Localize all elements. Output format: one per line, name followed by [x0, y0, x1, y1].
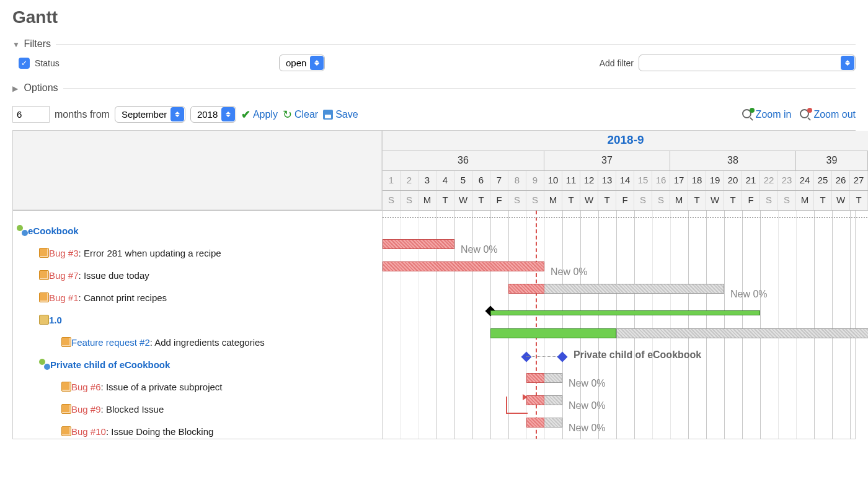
task-bar[interactable]: New 0% — [383, 239, 454, 249]
day-number: 21 — [742, 171, 760, 190]
month-select[interactable]: September — [115, 106, 185, 123]
issue-row: Bug #9: Blocked Issue — [13, 398, 382, 420]
version-link[interactable]: 1.0 — [49, 315, 62, 325]
issue-link[interactable]: Bug #7 — [49, 270, 79, 281]
ticket-icon — [61, 426, 71, 436]
day-of-week: W — [832, 191, 850, 210]
day-of-week: S — [401, 191, 418, 210]
gantt-row: New 0% — [383, 367, 868, 389]
add-filter-select[interactable] — [639, 55, 856, 71]
week-header: 36 — [383, 151, 544, 170]
status-checkbox[interactable]: ✓ — [19, 58, 30, 69]
zoom-in-link[interactable]: Zoom in — [742, 109, 792, 120]
filter-row-status: ✓ Status open Add filter — [12, 50, 856, 79]
day-number: 2 — [401, 171, 418, 190]
filters-legend[interactable]: ▼ Filters — [12, 38, 56, 50]
day-number: 24 — [796, 171, 814, 190]
milestone-start — [521, 352, 532, 362]
day-of-week: T — [850, 191, 868, 210]
task-bar[interactable]: New 0% — [508, 284, 724, 294]
day-of-week: S — [526, 191, 544, 210]
day-of-week: S — [760, 191, 778, 210]
issue-row: Bug #6: Issue of a private subproject — [13, 375, 382, 398]
day-number: 27 — [850, 171, 868, 190]
day-of-week: M — [544, 191, 562, 210]
check-icon: ✔ — [241, 108, 250, 121]
day-of-week: S — [652, 191, 670, 210]
status-select[interactable]: open — [279, 55, 325, 71]
version-bar[interactable] — [490, 310, 760, 315]
project-row: eCookbook — [13, 219, 382, 242]
gantt-row — [383, 300, 868, 322]
subjects-header — [13, 131, 382, 211]
zoom-out-link[interactable]: Zoom out — [800, 109, 856, 120]
day-of-week: M — [670, 191, 688, 210]
day-of-week: M — [796, 191, 814, 210]
day-number: 13 — [598, 171, 616, 190]
day-number: 15 — [634, 171, 652, 190]
options-legend[interactable]: ▶ Options — [12, 82, 63, 94]
day-number: 18 — [688, 171, 706, 190]
day-number: 9 — [526, 171, 544, 190]
ticket-icon — [61, 404, 71, 414]
status-label: Status — [35, 58, 60, 68]
project-link[interactable]: eCookbook — [28, 226, 79, 236]
gantt-row: New 0% — [383, 411, 868, 434]
day-of-week: S — [634, 191, 652, 210]
page-title: Gantt — [12, 7, 856, 27]
month-header: 2018-9 — [383, 131, 868, 151]
task-bar[interactable]: New 0% — [526, 373, 562, 383]
day-number: 26 — [832, 171, 850, 190]
year-select[interactable]: 2018 — [190, 106, 236, 123]
issue-link[interactable]: Bug #9 — [71, 404, 101, 415]
package-icon — [39, 315, 49, 325]
day-of-week: T — [436, 191, 454, 210]
months-input[interactable] — [12, 106, 50, 123]
issue-row: Bug #7: Issue due today — [13, 264, 382, 286]
issue-link[interactable]: Bug #3 — [49, 248, 79, 258]
gantt-row — [383, 322, 868, 344]
issue-link[interactable]: Feature request #2 — [71, 337, 150, 348]
options-fieldset: ▶ Options — [12, 82, 856, 94]
day-of-week: S — [778, 191, 796, 210]
day-of-week: T — [562, 191, 580, 210]
reload-icon: ↻ — [283, 108, 292, 121]
day-number: 3 — [418, 171, 436, 190]
gantt-row — [383, 211, 868, 233]
issue-link[interactable]: Bug #10 — [71, 426, 106, 437]
gantt-timeline[interactable]: 2018-93637383912345678910111213141516171… — [383, 131, 868, 439]
issue-link[interactable]: Bug #1 — [49, 292, 79, 303]
week-header: 39 — [796, 151, 868, 170]
task-bar[interactable] — [490, 328, 616, 338]
day-of-week: F — [742, 191, 760, 210]
issue-row: Bug #1: Cannot print recipes — [13, 286, 382, 309]
day-number: 1 — [383, 171, 401, 190]
issue-row: Feature request #2: Add ingredients cate… — [13, 331, 382, 353]
task-bar[interactable]: New 0% — [383, 261, 544, 271]
day-number: 12 — [580, 171, 598, 190]
save-icon — [323, 110, 333, 120]
ticket-icon — [61, 382, 71, 392]
day-of-week: M — [418, 191, 436, 210]
zoom-in-icon — [742, 109, 753, 120]
gantt-row: New 0% — [383, 233, 868, 255]
day-of-week: T — [472, 191, 490, 210]
gantt-row: New 0% — [383, 278, 868, 300]
task-bar[interactable]: New 0% — [526, 395, 562, 405]
project-link[interactable]: Private child of eCookbook — [50, 359, 170, 370]
day-of-week: W — [454, 191, 472, 210]
day-of-week: T — [724, 191, 742, 210]
day-number: 23 — [778, 171, 796, 190]
day-of-week: S — [383, 191, 401, 210]
clear-link[interactable]: ↻Clear — [283, 108, 318, 121]
ticket-icon — [39, 292, 49, 302]
task-bar[interactable]: New 0% — [526, 418, 562, 428]
apply-link[interactable]: ✔Apply — [241, 108, 278, 121]
save-link[interactable]: Save — [323, 109, 358, 120]
day-of-week: T — [688, 191, 706, 210]
day-number: 19 — [706, 171, 724, 190]
issue-link[interactable]: Bug #6 — [71, 382, 101, 392]
dependency-arrow-icon — [523, 394, 528, 400]
day-number: 8 — [508, 171, 526, 190]
chevron-right-icon: ▶ — [12, 84, 21, 93]
